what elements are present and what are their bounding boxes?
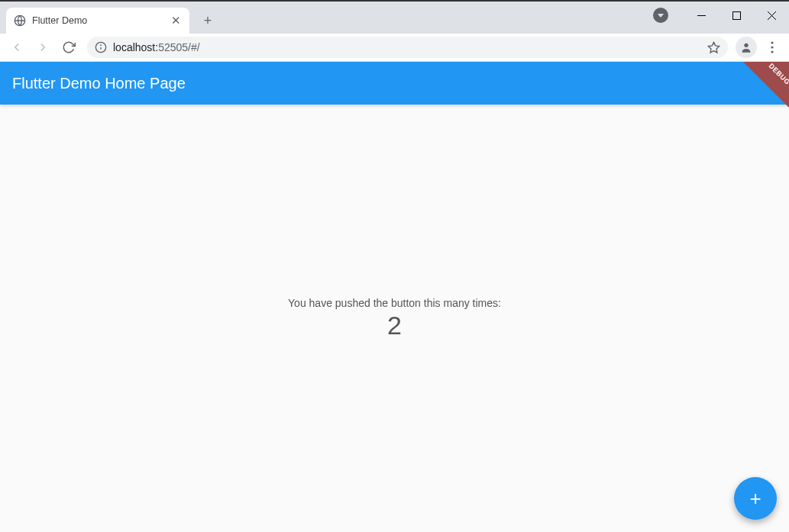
browser-menu-button[interactable]	[762, 37, 783, 58]
site-info-icon[interactable]	[95, 41, 107, 53]
body-content: You have pushed the button this many tim…	[0, 105, 789, 532]
svg-marker-8	[708, 42, 719, 52]
bookmark-star-icon[interactable]	[707, 41, 720, 54]
close-tab-icon[interactable]: ✕	[170, 15, 182, 27]
svg-rect-2	[732, 11, 740, 19]
svg-point-12	[771, 50, 773, 53]
close-window-button[interactable]	[754, 4, 789, 27]
url-host: localhost:	[113, 41, 158, 53]
counter-value: 2	[387, 311, 402, 340]
increment-fab[interactable]: +	[734, 477, 777, 520]
svg-point-10	[771, 41, 773, 44]
url-path: 52505/#/	[158, 41, 200, 53]
profile-button[interactable]	[736, 37, 757, 58]
globe-icon	[14, 15, 26, 27]
url-text: localhost:52505/#/	[113, 41, 701, 53]
tab-title: Flutter Demo	[32, 15, 163, 26]
browser-tab[interactable]: Flutter Demo ✕	[6, 8, 189, 34]
svg-point-7	[101, 45, 102, 46]
forward-button[interactable]	[32, 37, 53, 58]
tab-strip: Flutter Demo ✕ +	[0, 0, 218, 34]
plus-icon: +	[749, 487, 761, 511]
maximize-button[interactable]	[719, 4, 754, 27]
debug-ribbon	[743, 62, 789, 108]
minimize-button[interactable]	[684, 4, 719, 27]
push-count-label: You have pushed the button this many tim…	[288, 297, 501, 309]
back-button[interactable]	[6, 37, 27, 58]
app-bar-title: Flutter Demo Home Page	[12, 75, 186, 92]
app-bar: Flutter Demo Home Page	[0, 62, 789, 105]
browser-tab-strip: Flutter Demo ✕ +	[0, 0, 789, 34]
new-tab-button[interactable]: +	[197, 10, 218, 31]
browser-toolbar: localhost:52505/#/	[0, 34, 789, 62]
svg-point-11	[771, 46, 773, 48]
page-viewport: Flutter Demo Home Page DEBUG You have pu…	[0, 62, 789, 532]
window-controls	[653, 0, 789, 31]
address-bar[interactable]: localhost:52505/#/	[87, 37, 728, 58]
tab-search-button[interactable]	[653, 8, 668, 23]
svg-point-9	[744, 44, 748, 47]
reload-button[interactable]	[58, 37, 79, 58]
